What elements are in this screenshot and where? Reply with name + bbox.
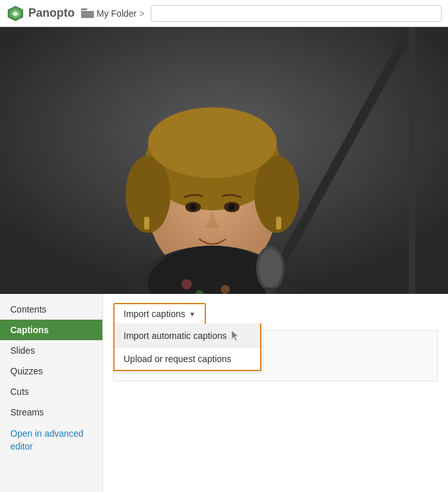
video-area <box>0 27 448 294</box>
panopto-logo-icon <box>6 5 24 23</box>
dropdown-arrow-icon: ▼ <box>189 311 196 318</box>
import-captions-dropdown-wrapper: Import captions ▼ Import automatic capti… <box>113 303 206 325</box>
breadcrumb-folder-label[interactable]: My Folder <box>97 8 136 19</box>
import-captions-button[interactable]: Import captions ▼ <box>113 303 206 325</box>
upload-request-captions-item[interactable]: Upload or request captions <box>115 348 260 370</box>
folder-icon <box>81 8 94 18</box>
sidebar-item-cuts[interactable]: Cuts <box>0 381 102 402</box>
sidebar-item-quizzes[interactable]: Quizzes <box>0 361 102 381</box>
svg-rect-29 <box>265 287 275 294</box>
sidebar: Contents Captions Slides Quizzes Cuts St… <box>0 294 103 492</box>
svg-point-22 <box>182 279 192 289</box>
svg-point-28 <box>259 249 282 287</box>
svg-point-24 <box>221 285 230 294</box>
sidebar-item-streams[interactable]: Streams <box>0 402 102 423</box>
main-panel: Import captions ▼ Import automatic capti… <box>103 294 448 492</box>
import-automatic-captions-item[interactable]: Import automatic captions <box>115 323 260 348</box>
sidebar-item-contents[interactable]: Contents <box>0 299 102 320</box>
svg-point-13 <box>148 107 277 178</box>
logo-text: Panopto <box>28 6 75 20</box>
svg-point-17 <box>229 204 235 210</box>
svg-rect-18 <box>144 217 149 230</box>
svg-rect-4 <box>81 11 94 18</box>
content-area: Contents Captions Slides Quizzes Cuts St… <box>0 294 448 492</box>
breadcrumb: My Folder > <box>81 8 144 19</box>
svg-point-16 <box>190 204 196 210</box>
open-advanced-editor-link[interactable]: Open in advanced editor <box>0 423 102 458</box>
cursor-icon <box>230 329 239 342</box>
search-input[interactable] <box>151 5 442 22</box>
svg-rect-19 <box>276 217 281 230</box>
header: Panopto My Folder > <box>0 0 448 27</box>
logo: Panopto <box>6 5 75 23</box>
sidebar-item-captions[interactable]: Captions <box>0 320 102 340</box>
video-preview <box>0 27 448 294</box>
import-captions-dropdown-menu: Import automatic captions Upload or requ… <box>113 323 261 371</box>
breadcrumb-chevron: > <box>139 8 144 19</box>
sidebar-item-slides[interactable]: Slides <box>0 340 102 361</box>
